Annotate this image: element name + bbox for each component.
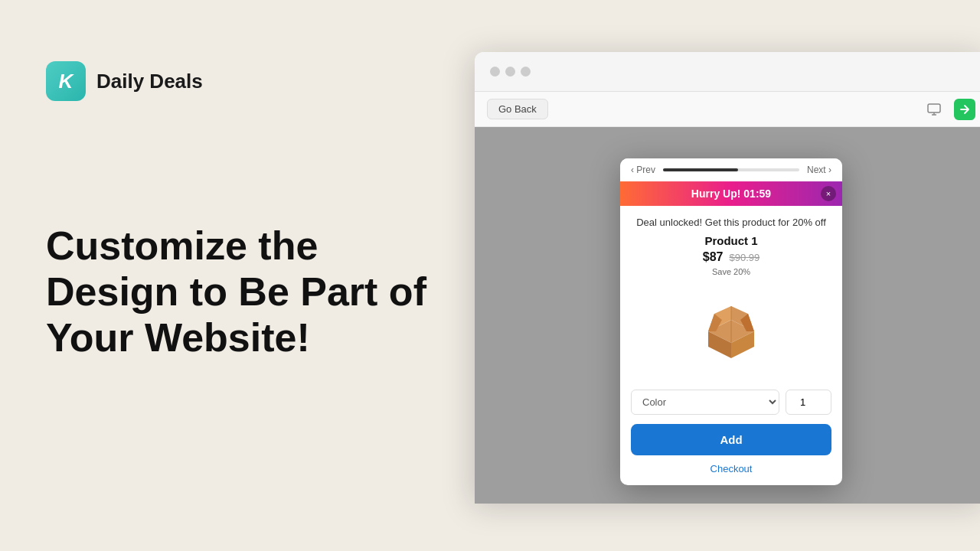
checkout-link[interactable]: Checkout: [620, 463, 842, 474]
product-name: Product 1: [634, 234, 828, 247]
deal-modal: ‹ Prev Next › Hurry Up! 01:59 × Deal unl…: [620, 158, 842, 485]
modal-controls: Color: [620, 390, 842, 424]
box-svg: [693, 289, 769, 366]
hurry-text: Hurry Up! 01:59: [691, 187, 771, 200]
hero-line2: Design to Be Part of: [46, 269, 426, 314]
app-logo-icon: K: [46, 61, 86, 101]
progress-track: [663, 168, 799, 171]
quantity-input[interactable]: [786, 390, 831, 415]
modal-nav: ‹ Prev Next ›: [620, 158, 842, 181]
hero-text: Customize the Design to Be Part of Your …: [46, 223, 429, 360]
hurry-banner: Hurry Up! 01:59 ×: [620, 181, 842, 206]
app-title: Daily Deals: [96, 70, 203, 93]
modal-body: Deal unlocked! Get this product for 20% …: [620, 206, 842, 390]
browser-content: ‹ Prev Next › Hurry Up! 01:59 × Deal unl…: [475, 127, 980, 504]
traffic-lights: [490, 67, 531, 77]
monitor-icon[interactable]: [923, 99, 945, 120]
progress-fill: [663, 168, 738, 171]
green-action-icon[interactable]: [954, 99, 975, 120]
browser-toolbar: Go Back: [475, 92, 980, 127]
browser-title-bar: [475, 52, 980, 92]
price-row: $87 $90.99: [634, 250, 828, 264]
traffic-light-maximize: [521, 67, 531, 77]
browser-mockup: Go Back ‹ Prev Next ›: [475, 52, 980, 504]
logo-area: K Daily Deals: [46, 61, 429, 101]
product-image: [685, 285, 777, 370]
price-original: $90.99: [729, 252, 760, 263]
next-button[interactable]: Next ›: [807, 165, 831, 175]
traffic-light-minimize: [505, 67, 515, 77]
left-panel: K Daily Deals Customize the Design to Be…: [0, 0, 475, 551]
hero-line3: Your Website!: [46, 315, 310, 360]
svg-rect-0: [928, 104, 940, 112]
go-back-button[interactable]: Go Back: [487, 99, 548, 119]
add-button[interactable]: Add: [631, 424, 831, 455]
price-current: $87: [703, 250, 724, 264]
color-select[interactable]: Color: [631, 390, 779, 415]
hero-line1: Customize the: [46, 223, 318, 268]
close-button[interactable]: ×: [821, 186, 836, 201]
deal-unlocked-text: Deal unlocked! Get this product for 20% …: [634, 217, 828, 228]
save-badge: Save 20%: [634, 267, 828, 276]
prev-button[interactable]: ‹ Prev: [631, 165, 655, 175]
traffic-light-close: [490, 67, 500, 77]
